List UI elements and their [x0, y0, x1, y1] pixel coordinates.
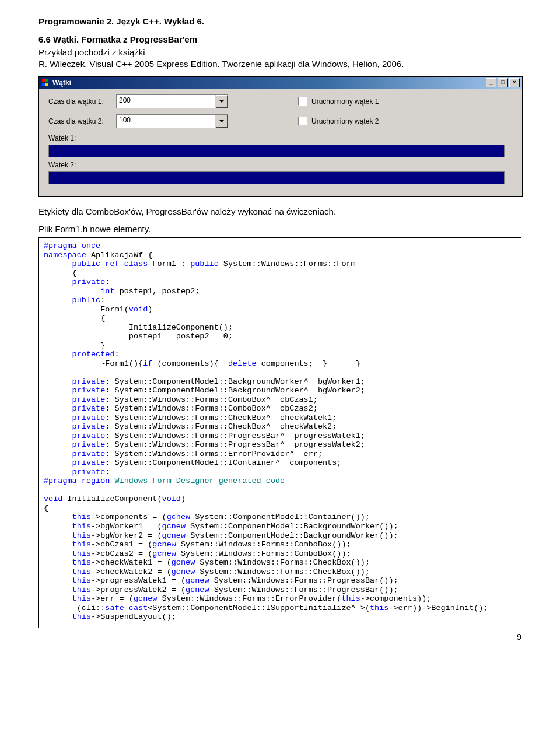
chevron-down-icon	[219, 120, 224, 122]
code-token: once	[77, 241, 101, 250]
code-token: postep1, postep2;	[115, 287, 200, 296]
code-token: ->checkWatek2 = (	[91, 567, 172, 576]
code-token: gcnew	[134, 594, 158, 603]
code-token: ->components));	[360, 594, 432, 603]
code-token: : System::ComponentModel::BackgroundWork…	[105, 377, 365, 386]
code-token: gcnew	[152, 549, 176, 558]
code-token: System::Windows::Forms::Form	[219, 260, 356, 268]
code-token: this	[72, 567, 91, 576]
intro-line2: R. Wileczek, Visual C++ 2005 Express Edi…	[38, 59, 404, 69]
code-token: Windows Form Designer generated code	[110, 476, 285, 485]
checkbox-watek2[interactable]	[298, 117, 307, 125]
code-token: this	[72, 558, 91, 567]
code-token: gcnew	[172, 558, 195, 567]
code-token: this	[72, 612, 91, 621]
svg-rect-3	[46, 83, 48, 86]
checkbox-watek2-label: Uruchomiony wątek 2	[312, 117, 379, 125]
app-icon	[41, 79, 50, 87]
code-token: delete	[228, 359, 257, 368]
code-token: System::ComponentModel::Container());	[190, 513, 370, 521]
combobox-czas2[interactable]: 100	[116, 114, 228, 128]
code-token: : System::ComponentModel::BackgroundWork…	[105, 386, 365, 395]
code-token: {	[44, 314, 105, 323]
code-token: public	[190, 260, 219, 268]
section-title: 6.6 Wątki. Formatka z ProgressBar'em	[38, 34, 522, 44]
code-token: AplikacjaWf {	[86, 251, 152, 260]
code-token: private	[72, 377, 106, 386]
code-token: #pragma	[44, 241, 77, 250]
code-token: protected	[72, 350, 115, 359]
code-token: : System::Windows::Forms::ProgressBar^ p…	[105, 440, 365, 449]
code-token: private	[72, 386, 106, 395]
code-token: System::Windows::Forms::CheckBox());	[195, 558, 370, 567]
combobox-czas1-value[interactable]: 200	[117, 95, 216, 108]
combobox-czas2-value[interactable]: 100	[117, 115, 216, 128]
code-token: private	[72, 440, 106, 449]
window-title: Wątki	[52, 79, 485, 87]
code-token: private	[72, 432, 106, 440]
maximize-button[interactable]: □	[498, 78, 508, 87]
code-token: public	[72, 260, 101, 268]
code-token: gcnew	[172, 567, 195, 576]
code-token: this	[72, 549, 91, 558]
svg-rect-2	[42, 83, 45, 86]
minimize-button[interactable]: _	[486, 78, 496, 87]
code-token: InitializeComponent(	[62, 495, 162, 503]
code-token: safe_cast	[105, 604, 148, 612]
code-token: int	[100, 287, 114, 296]
page-header: Programowanie 2. Język C++. Wykład 6.	[38, 16, 522, 26]
code-token: components; } }	[257, 359, 360, 368]
code-token: : System::Windows::Forms::ComboBox^ cbCz…	[105, 404, 318, 413]
label-czas2: Czas dla wątku 2:	[48, 117, 116, 125]
code-token: :	[105, 468, 110, 476]
code-token: gcnew	[152, 540, 176, 549]
code-token: ->SuspendLayout();	[91, 612, 176, 621]
code-token: System::Windows::Forms::ComboBox());	[176, 549, 351, 558]
code-token: System::Windows::Forms::ProgressBar());	[209, 586, 398, 594]
progressbar-watek1	[48, 145, 505, 157]
code-token: this	[72, 586, 91, 594]
code-token: ->cbCzas2 = (	[91, 549, 152, 558]
code-token: ->components = (	[91, 513, 167, 521]
combobox-czas1[interactable]: 200	[116, 94, 228, 108]
code-token: InitializeComponent();	[44, 323, 233, 332]
code-token: ->cbCzas1 = (	[91, 540, 152, 549]
code-token: }	[44, 341, 105, 350]
code-token: ~Form1(){	[44, 359, 143, 368]
code-token: {	[44, 504, 48, 513]
svg-rect-1	[46, 79, 48, 82]
code-token: System::ComponentModel::BackgroundWorker…	[186, 522, 398, 531]
svg-rect-0	[42, 79, 45, 82]
combobox-czas2-dropdown[interactable]	[216, 115, 228, 128]
code-token: gcnew	[162, 522, 186, 531]
code-token: gcnew	[186, 586, 209, 594]
progressbar-watek2	[48, 171, 505, 184]
code-token: private	[72, 395, 106, 404]
code-token: gcnew	[162, 531, 186, 540]
code-token: this	[370, 604, 388, 612]
code-token: ref	[100, 260, 119, 268]
titlebar: Wątki _ □ ×	[39, 77, 522, 89]
code-token: ->err))->BeginInit();	[388, 604, 488, 612]
code-token: gcnew	[186, 576, 209, 585]
code-token: : System::ComponentModel::IContainer^ co…	[105, 458, 341, 467]
code-token: private	[72, 468, 106, 476]
code-token: : System::Windows::Forms::ProgressBar^ p…	[105, 432, 365, 440]
chevron-down-icon	[219, 100, 224, 103]
code-token: (components){	[152, 359, 228, 368]
code-token: System::Windows::Forms::CheckBox());	[195, 567, 370, 576]
code-token: ->checkWatek1 = (	[91, 558, 172, 567]
code-token: #pragma	[44, 476, 77, 485]
code-token: Form1 :	[148, 260, 190, 268]
close-button[interactable]: ×	[509, 78, 520, 87]
code-token: private	[72, 278, 106, 286]
combobox-czas1-dropdown[interactable]	[216, 95, 228, 108]
code-token: this	[72, 576, 91, 585]
code-token: ->bgWorker1 = (	[91, 522, 162, 531]
checkbox-watek1[interactable]	[298, 97, 307, 106]
code-token: void	[44, 495, 62, 503]
code-token: {	[44, 269, 77, 278]
label-czas1: Czas dla wątku 1:	[48, 97, 116, 106]
code-token: namespace	[44, 251, 86, 260]
code-token: : System::Windows::Forms::CheckBox^ chec…	[105, 413, 337, 422]
